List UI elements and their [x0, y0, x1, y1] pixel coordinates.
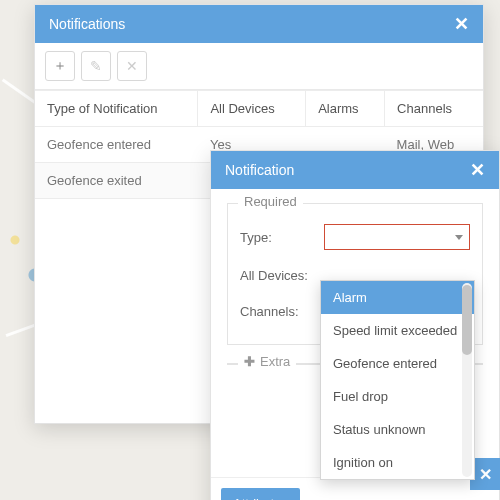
table-cell: Geofence entered [35, 127, 198, 163]
close-icon[interactable]: ✕ [470, 161, 485, 179]
attributes-button[interactable]: Attributes [221, 488, 300, 500]
toolbar: ＋ ✎ ✕ [35, 43, 483, 90]
x-icon: ✕ [126, 58, 138, 74]
chevron-down-icon [455, 235, 463, 240]
table-cell: Geofence exited [35, 163, 198, 199]
all-devices-label: All Devices: [240, 268, 324, 283]
col-alarms[interactable]: Alarms [306, 91, 385, 127]
channels-label: Channels: [240, 304, 324, 319]
type-combobox[interactable] [324, 224, 470, 250]
plus-icon: ✚ [244, 354, 255, 369]
notification-title: Notification [225, 162, 294, 178]
scrollbar-track[interactable] [462, 283, 472, 477]
footer-bar: Attributes [211, 477, 499, 500]
dropdown-item[interactable]: Speed limit exceeded [321, 314, 474, 347]
edit-button[interactable]: ✎ [81, 51, 111, 81]
col-all-devices[interactable]: All Devices [198, 91, 306, 127]
notifications-header: Notifications ✕ [35, 5, 483, 43]
pencil-icon: ✎ [90, 58, 102, 74]
dropdown-item[interactable]: Alarm [321, 281, 474, 314]
type-label: Type: [240, 230, 324, 245]
dropdown-item[interactable]: Ignition on [321, 446, 474, 479]
scrollbar-thumb[interactable] [462, 285, 472, 355]
dropdown-item[interactable]: Geofence entered [321, 347, 474, 380]
plus-icon: ＋ [53, 57, 67, 75]
notifications-title: Notifications [49, 16, 125, 32]
type-dropdown: AlarmSpeed limit exceededGeofence entere… [320, 280, 475, 480]
delete-button[interactable]: ✕ [117, 51, 147, 81]
add-button[interactable]: ＋ [45, 51, 75, 81]
extra-legend[interactable]: ✚ Extra [238, 354, 296, 369]
col-type[interactable]: Type of Notification [35, 91, 198, 127]
notification-header: Notification ✕ [211, 151, 499, 189]
close-icon[interactable]: ✕ [454, 15, 469, 33]
col-channels[interactable]: Channels [385, 91, 483, 127]
dropdown-item[interactable]: Status unknown [321, 413, 474, 446]
dropdown-item[interactable]: Fuel drop [321, 380, 474, 413]
